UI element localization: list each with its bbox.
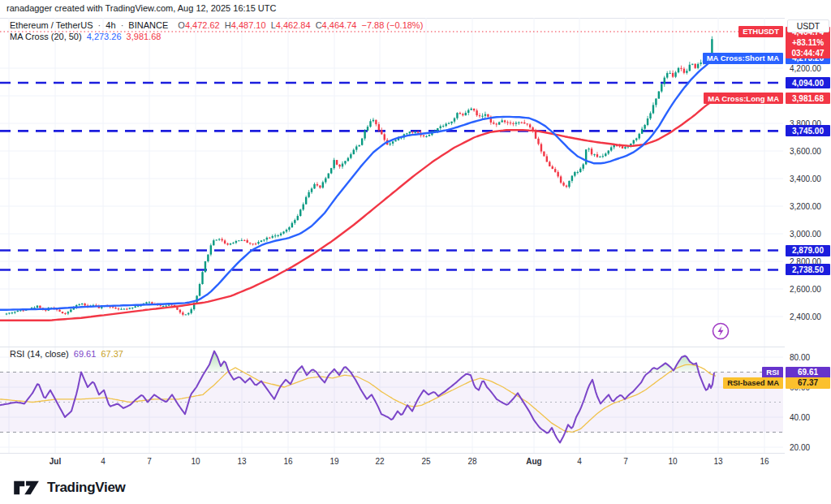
ma-cross-legend: MA Cross (20, 50) 4,273.26 3,981.68	[10, 32, 163, 41]
candle	[191, 308, 192, 314]
candle	[583, 163, 584, 171]
price-tick: 80.00	[790, 353, 810, 362]
candle	[686, 69, 687, 75]
tradingview-logo[interactable]: TradingView	[13, 477, 126, 498]
flash-button[interactable]	[713, 324, 729, 339]
time-label: 4	[577, 457, 582, 466]
exchange-label: BINANCE	[128, 20, 168, 30]
candle	[118, 308, 119, 311]
candle	[633, 140, 635, 145]
candle	[384, 133, 385, 142]
rsi-legend: RSI (14, close) 69.61 67.37	[10, 349, 126, 359]
candle	[605, 153, 606, 157]
axis-value-label: 2,879.00	[786, 245, 830, 256]
short-ma-tag: MA Cross:Short MA	[703, 53, 783, 64]
candle	[473, 109, 475, 112]
time-axis[interactable]: Jul4710131619222528Aug47101316	[0, 453, 785, 471]
candle	[510, 121, 511, 126]
price-tick: 3,000.00	[790, 230, 821, 239]
candle	[448, 122, 450, 124]
axis-value-label: 3,981.68	[786, 93, 830, 104]
candle	[221, 238, 222, 243]
candle	[344, 161, 346, 165]
time-label: 7	[147, 457, 152, 466]
candle	[369, 119, 371, 128]
candle	[342, 162, 343, 169]
open-value: 4,472.62	[185, 20, 220, 30]
candle	[252, 243, 253, 246]
high-value: 4,487.10	[231, 20, 266, 30]
candle	[325, 177, 326, 184]
rsi-legend-label: RSI (14, close)	[10, 349, 69, 359]
candle	[367, 125, 368, 131]
price-levels	[0, 83, 783, 269]
candle	[498, 122, 500, 125]
candle	[540, 143, 542, 154]
candle	[574, 171, 575, 178]
candle	[635, 138, 637, 142]
candle	[126, 308, 127, 310]
candle	[308, 190, 309, 198]
candle	[364, 129, 365, 140]
candle	[33, 306, 35, 308]
axis-value-label: 2,738.50	[786, 264, 830, 275]
candle	[131, 308, 133, 310]
candle	[493, 120, 494, 124]
candle	[639, 133, 640, 140]
price-tick: 4,200.00	[790, 64, 821, 73]
candle	[652, 102, 654, 114]
rsi-ma-tag: RSI-based MA	[723, 377, 783, 389]
candle	[566, 184, 567, 187]
candle	[655, 98, 657, 107]
candle	[375, 119, 377, 126]
candle	[120, 308, 122, 310]
candle	[201, 271, 203, 285]
candle	[338, 164, 340, 169]
candle	[700, 59, 701, 66]
candle	[162, 305, 164, 307]
price-tick: 20.00	[790, 443, 810, 452]
candle	[641, 127, 643, 134]
tradingview-logo-text: TradingView	[47, 480, 126, 496]
candle	[81, 303, 83, 305]
chart-panes-svg[interactable]	[0, 0, 831, 504]
candle	[243, 239, 245, 241]
tradingview-mark-icon	[13, 477, 41, 498]
candle	[381, 127, 382, 135]
candle	[549, 161, 550, 166]
candle	[361, 138, 363, 146]
price-axis[interactable]: USDT 4,464.74 +83.11% 03:44:47 4,200.004…	[785, 18, 831, 471]
close-label: C	[316, 20, 322, 30]
rsi-legend-value: 69.61	[74, 349, 97, 359]
candle	[532, 127, 533, 133]
candle	[481, 114, 483, 119]
time-label: 10	[668, 457, 677, 466]
candle	[602, 153, 604, 158]
candle	[330, 168, 332, 174]
candle	[277, 235, 278, 238]
candle	[187, 312, 189, 316]
time-label: 22	[375, 457, 384, 466]
candle	[313, 183, 315, 189]
candle	[255, 243, 256, 246]
candle	[467, 109, 469, 115]
time-label: 10	[191, 457, 200, 466]
candle	[666, 71, 668, 80]
candle	[456, 112, 458, 119]
axis-value-label: 4,094.00	[786, 77, 830, 88]
candle	[442, 124, 444, 127]
candle	[560, 175, 562, 184]
time-label: 16	[283, 457, 292, 466]
currency-label[interactable]: USDT	[787, 19, 829, 32]
time-label: 13	[713, 457, 722, 466]
candle	[562, 181, 564, 186]
candle	[454, 117, 455, 123]
candle	[552, 165, 553, 169]
candle	[546, 154, 548, 162]
last-change-pct: +83.11%	[786, 37, 830, 48]
candle	[286, 229, 287, 234]
candle	[529, 123, 531, 129]
candle	[680, 66, 682, 71]
price-tick: 3,200.00	[790, 202, 821, 211]
candle	[218, 238, 220, 240]
